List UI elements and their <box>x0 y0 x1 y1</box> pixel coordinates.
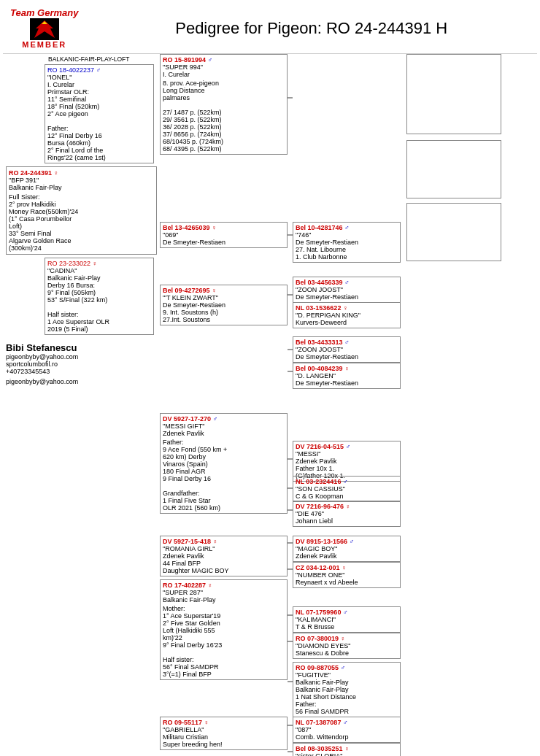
left-panel: BALKANIC-FAIR-PLAY-LOFT RO 18-4022237 ♂ … <box>3 54 160 756</box>
ggg1-ring: Bel 10-4281746 <box>296 224 343 231</box>
ggg11-box: NL 07-1759960 ♂ "KALIMANCI" T & R Brusse <box>293 606 401 633</box>
ggg12-owner: Stanescu & Dobre <box>296 649 398 657</box>
ggg4-name: "ZOON JOOST" <box>296 346 398 353</box>
gg4-box: DV 5927-17-270 ♂ "MESSI GIFT" Zdenek Pav… <box>160 413 288 514</box>
gg4-info: Father: 9 Ace Fond (550 km + 620 km) Der… <box>163 439 285 512</box>
sire-ring: RO 18-4022237 <box>47 66 94 74</box>
balkanic-label: BALKANIC-FAIR-PLAY-LOFT <box>48 55 158 63</box>
dam-info: Derby 16 Bursa: 9° Final (505km) 53° S/F… <box>47 282 151 333</box>
ggg2-name: "ZOON JOOST" <box>296 286 398 293</box>
team-germany-logo: Team Germany MEMBER <box>10 7 78 49</box>
contact-info: Bibi Stefanescu pigeonbyby@yahoo.com spo… <box>4 341 158 387</box>
gg1-ring: RO 15-891994 <box>163 56 206 63</box>
ggg8-ring: DV 7216-96-476 <box>296 503 344 510</box>
gg1-box: RO 15-891994 ♂ "SUPER 994" I. Curelar 8.… <box>160 54 288 155</box>
dam-ring: RO 23-233022 <box>47 260 90 267</box>
ggg3-owner: Kurvers-Deweerd <box>296 319 398 326</box>
gg5-info: 44 Final BFP Daughter MAGIC BOY <box>163 560 285 574</box>
ggg15-name: "sister GLORIA" <box>296 752 398 756</box>
ggg3-name: "D. PERPIGAN KING" <box>296 312 398 319</box>
ggg7-box: NL 03-2324416 ♂ "SON CASSIUS" C & G Koop… <box>293 476 401 502</box>
gg4-ring: DV 5927-17-270 <box>163 415 211 423</box>
ggg15-box: Bel 08-3035251 ♀ "sister GLORIA" Gaby Va… <box>293 743 401 756</box>
ggg9-ring: DV 8915-13-1566 <box>296 538 347 545</box>
ggg13-ring: RO 09-887055 <box>296 664 339 671</box>
empty-box-2 <box>406 140 501 198</box>
ggg3-box: NL 03-1536622 ♀ "D. PERPIGAN KING" Kurve… <box>293 302 401 328</box>
ggg5-ring: Bel 00-4084239 <box>296 365 343 372</box>
ggg13-box: RO 09-887055 ♂ "FUGITIVE" Balkanic Fair-… <box>293 662 401 717</box>
ggg1-name: "746" <box>296 231 398 239</box>
ggg3-ring: NL 03-1536622 <box>296 304 341 312</box>
gg1-info: 8. prov. Ace-pigeon Long Distance palmar… <box>163 80 285 153</box>
empty-box-1 <box>406 54 501 134</box>
gg6-ring: RO 17-402287 <box>163 582 206 589</box>
empty-box-3 <box>406 203 501 261</box>
gg5-ring: DV 5927-15-418 <box>163 538 211 545</box>
dam-box: RO 23-233022 ♀ "CADINA" Balkanic Fair-Pl… <box>45 258 154 335</box>
ggg6-ring: DV 7216-04-515 <box>296 443 344 450</box>
ggg7-name: "SON CASSIUS" <box>296 485 398 493</box>
ggg1-owner: De Smeyter-Restiaen <box>296 239 398 246</box>
pedigree-tree: RO 15-891994 ♂ "SUPER 994" I. Curelar 8.… <box>160 54 537 756</box>
ggg7-ring: NL 03-2324416 <box>296 478 341 485</box>
ggg1-info: 27. Nat. Libourne 1. Club Narbonne <box>296 246 398 261</box>
ggg4-ring: Bel 03-4433313 <box>296 339 343 346</box>
ggg11-owner: T & R Brusse <box>296 623 398 630</box>
gg6-box: RO 17-402287 ♀ "SUPER 287" Balkanic Fair… <box>160 579 288 680</box>
ggg5-owner: De Smeyter-Restiaen <box>296 379 398 387</box>
contact-website: sportcolumbofil.ro <box>6 360 157 368</box>
gg6-name: "SUPER 287" <box>163 589 285 596</box>
ggg5-box: Bel 00-4084239 ♀ "D. LANGEN" De Smeyter-… <box>293 363 401 389</box>
ggg7-owner: C & G Koopman <box>296 493 398 500</box>
gg7-ring: RO 09-55117 <box>163 719 202 726</box>
sire-name: "IONEL" <box>47 74 151 81</box>
gg5-owner: Zdenek Pavlik <box>163 552 285 560</box>
gg3-owner: De Smeyter-Restiaen <box>163 301 285 309</box>
dam-name: "CADINA" <box>47 267 151 274</box>
ggg8-box: DV 7216-96-476 ♀ "DIE 476" Johann Liebl <box>293 501 401 527</box>
ggg13-owner: Balkanic Fair-Play <box>296 679 398 686</box>
ggg2-box: Bel 03-4456339 ♂ "ZOON JOOST" De Smeyter… <box>293 277 401 303</box>
gg7-name: "GABRIELLA" <box>163 726 285 733</box>
gg4-owner: Zdenek Pavlik <box>163 430 285 437</box>
ggg14-ring: NL 07-1387087 <box>296 719 341 726</box>
ggg14-owner: Comb. Wittendorp <box>296 733 398 741</box>
eagle-icon <box>30 18 59 40</box>
main-pigeon-box: RO 24-244391 ♀ "BFP 391" Balkanic Fair-P… <box>6 166 157 255</box>
gg5-box: DV 5927-15-418 ♀ "ROMANIA GIRL" Zdenek P… <box>160 536 288 576</box>
gg3-info: 9. Int. Soustons (h) 27.Int. Soustons <box>163 309 285 323</box>
ggg9-name: "MAGIC BOY" <box>296 545 398 552</box>
ggg2-owner: De Smeyter-Restiaen <box>296 293 398 301</box>
gg1-name: "SUPER 994" <box>163 63 285 71</box>
dam-owner: Balkanic Fair-Play <box>47 274 151 282</box>
ggg2-ring: Bel 03-4456339 <box>296 279 343 286</box>
team-name: Team Germany <box>10 7 78 18</box>
gg2-box: Bel 13-4265039 ♀ "069" De Smeyter-Restia… <box>160 222 288 248</box>
ggg10-box: CZ 034-12-001 ♀ "NUMBER ONE" Reynaert x … <box>293 562 401 588</box>
contact-email2: pigeonbyby@yahoo.com <box>6 378 157 385</box>
member-label: MEMBER <box>22 40 66 49</box>
sire-owner: I. Curelar <box>47 81 151 88</box>
ggg12-ring: RO 07-380019 <box>296 635 339 642</box>
ggg9-owner: Zdenek Pavlik <box>296 552 398 560</box>
ggg1-box: Bel 10-4281746 ♂ "746" De Smeyter-Restia… <box>293 222 401 263</box>
ggg6-owner: Zdenek Pavlik <box>296 458 398 465</box>
header: Team Germany MEMBER Pedigree for Pigeon:… <box>3 3 537 54</box>
main-info: Full Sister: 2° prov Halkidiki Money Rac… <box>9 193 154 252</box>
ggg4-box: Bel 03-4433313 ♂ "ZOON JOOST" De Smeyter… <box>293 336 401 363</box>
gg3-ring: Bel 09-4272695 <box>163 287 210 294</box>
ggg12-name: "DIAMOND EYES" <box>296 642 398 649</box>
main-name: "BFP 391" <box>9 177 154 184</box>
gg7-owner: Militaru Cristian <box>163 733 285 741</box>
sire-info: Primstar OLR: 11° Semifinal 18° Final (5… <box>47 88 151 161</box>
gg7-box: RO 09-55117 ♀ "GABRIELLA" Militaru Crist… <box>160 717 288 750</box>
page-title: Pedigree for Pigeon: RO 24-244391 H <box>93 19 530 38</box>
ggg8-name: "DIE 476" <box>296 510 398 517</box>
gg2-name: "069" <box>163 231 285 239</box>
ggg5-name: "D. LANGEN" <box>296 372 398 379</box>
page: Team Germany MEMBER Pedigree for Pigeon:… <box>0 0 540 756</box>
ggg13-name: "FUGITIVE" <box>296 671 398 679</box>
ggg15-ring: Bel 08-3035251 <box>296 745 343 752</box>
sire-box: RO 18-4022237 ♂ "IONEL" I. Curelar Prims… <box>45 64 154 163</box>
